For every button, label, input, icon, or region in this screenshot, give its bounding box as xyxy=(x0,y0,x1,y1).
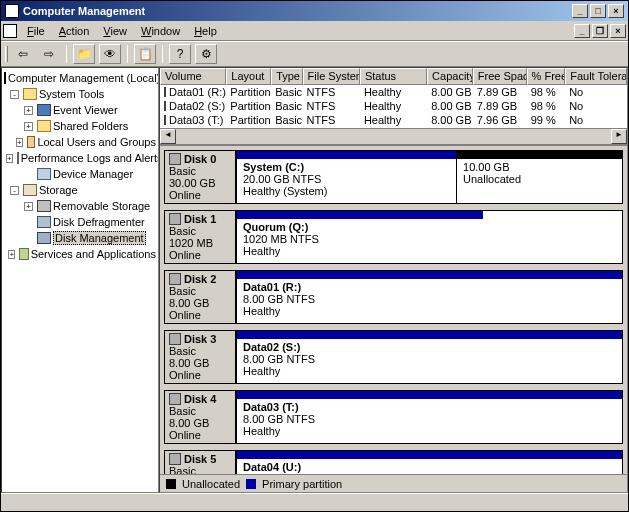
disk-graphical-view[interactable]: Disk 0Basic30.00 GBOnlineSystem (C:)20.0… xyxy=(160,146,627,474)
menu-file[interactable]: File xyxy=(21,23,51,39)
partition-status: Healthy (System) xyxy=(243,185,450,197)
disk-row[interactable]: Disk 4Basic8.00 GBOnlineData03 (T:)8.00 … xyxy=(164,390,623,444)
disk-partitions: System (C:)20.00 GB NTFSHealthy (System)… xyxy=(236,150,623,204)
disk-row[interactable]: Disk 3Basic8.00 GBOnlineData02 (S:)8.00 … xyxy=(164,330,623,384)
help-button[interactable]: ? xyxy=(169,44,191,64)
disk-id: Disk 3 xyxy=(184,333,216,345)
tree-perflogs[interactable]: +Performance Logs and Alerts xyxy=(4,150,156,166)
users-icon xyxy=(27,136,36,148)
disk-row[interactable]: Disk 0Basic30.00 GBOnlineSystem (C:)20.0… xyxy=(164,150,623,204)
partition[interactable]: Quorum (Q:)1020 MB NTFSHealthy xyxy=(236,211,483,263)
tree-removable[interactable]: +Removable Storage xyxy=(4,198,156,214)
disk-partitions: Data01 (R:)8.00 GB NTFSHealthy xyxy=(236,270,623,324)
col-type[interactable]: Type xyxy=(271,68,302,85)
scroll-right-button[interactable]: ► xyxy=(611,129,627,144)
tree-pane[interactable]: Computer Management (Local) -System Tool… xyxy=(1,67,159,493)
menu-action[interactable]: Action xyxy=(53,23,96,39)
volume-row[interactable]: Data02 (S:)PartitionBasicNTFSHealthy8.00… xyxy=(160,99,627,113)
col-freespace[interactable]: Free Space xyxy=(473,68,527,85)
disk-row[interactable]: Disk 1Basic1020 MBOnlineQuorum (Q:)1020 … xyxy=(164,210,623,264)
tree-label: System Tools xyxy=(39,88,104,100)
partition-bar xyxy=(237,391,622,399)
partition-bar xyxy=(237,451,622,459)
disk-row[interactable]: Disk 5Basic8.00 GBOnlineData04 (U:)8.00 … xyxy=(164,450,623,474)
col-layout[interactable]: Layout xyxy=(226,68,271,85)
properties-button[interactable]: 👁 xyxy=(99,44,121,64)
mdi-minimize-button[interactable]: _ xyxy=(574,24,590,38)
partition[interactable]: Data04 (U:)8.00 GB NTFSHealthy xyxy=(236,451,622,474)
tree-systools[interactable]: -System Tools xyxy=(4,86,156,102)
disk-id: Disk 1 xyxy=(184,213,216,225)
disk-type: Basic xyxy=(169,345,231,357)
menu-help[interactable]: Help xyxy=(188,23,223,39)
expand-icon[interactable]: + xyxy=(8,250,15,259)
refresh-button[interactable]: 📋 xyxy=(134,44,156,64)
tree-label: Performance Logs and Alerts xyxy=(21,152,159,164)
partition-bar xyxy=(237,211,483,219)
volume-hscroll[interactable]: ◄ ► xyxy=(160,128,627,144)
tree-label: Local Users and Groups xyxy=(37,136,156,148)
partition-size: 20.00 GB NTFS xyxy=(243,173,450,185)
expand-icon[interactable]: + xyxy=(24,122,33,131)
col-pctfree[interactable]: % Free xyxy=(527,68,566,85)
partition[interactable]: Data01 (R:)8.00 GB NTFSHealthy xyxy=(236,271,622,323)
toolbar: ⇦ ⇨ 📁 👁 📋 ? ⚙ xyxy=(1,41,628,67)
tree-defrag[interactable]: Disk Defragmenter xyxy=(4,214,156,230)
disk-state: Online xyxy=(169,249,231,261)
disk-row[interactable]: Disk 2Basic8.00 GBOnlineData01 (R:)8.00 … xyxy=(164,270,623,324)
col-filesystem[interactable]: File System xyxy=(303,68,360,85)
maximize-button[interactable]: □ xyxy=(590,4,606,18)
col-fault-tolerance[interactable]: Fault Tolerance xyxy=(565,68,627,85)
partition-status: Healthy xyxy=(243,425,616,437)
settings-button[interactable]: ⚙ xyxy=(195,44,217,64)
partition[interactable]: System (C:)20.00 GB NTFSHealthy (System) xyxy=(236,151,456,203)
expand-icon[interactable]: + xyxy=(6,154,13,163)
mdi-restore-button[interactable]: ❐ xyxy=(592,24,608,38)
close-button[interactable]: × xyxy=(608,4,624,18)
menu-window[interactable]: Window xyxy=(135,23,186,39)
tree-sharedfolders[interactable]: +Shared Folders xyxy=(4,118,156,134)
partition[interactable]: 10.00 GBUnallocated xyxy=(456,151,622,203)
services-icon xyxy=(19,248,28,260)
minimize-button[interactable]: _ xyxy=(572,4,588,18)
forward-button[interactable]: ⇨ xyxy=(38,44,60,64)
disk-type: Basic xyxy=(169,465,231,474)
scroll-left-button[interactable]: ◄ xyxy=(160,129,176,144)
disk-state-icon xyxy=(169,273,181,285)
partition-size: 8.00 GB NTFS xyxy=(243,413,616,425)
expand-icon[interactable]: + xyxy=(24,106,33,115)
volume-list[interactable]: Volume Layout Type File System Status Ca… xyxy=(160,68,627,146)
col-status[interactable]: Status xyxy=(360,68,427,85)
menu-view[interactable]: View xyxy=(97,23,133,39)
tree-eventviewer[interactable]: +Event Viewer xyxy=(4,102,156,118)
partition-name: System (C:) xyxy=(243,161,450,173)
expand-icon[interactable]: + xyxy=(24,202,33,211)
col-volume[interactable]: Volume xyxy=(160,68,226,85)
defrag-icon xyxy=(37,216,51,228)
up-button[interactable]: 📁 xyxy=(73,44,95,64)
partition[interactable]: Data02 (S:)8.00 GB NTFSHealthy xyxy=(236,331,622,383)
back-button[interactable]: ⇦ xyxy=(12,44,34,64)
tree-storage[interactable]: -Storage xyxy=(4,182,156,198)
status-bar xyxy=(1,493,628,511)
disk-id: Disk 2 xyxy=(184,273,216,285)
collapse-icon[interactable]: - xyxy=(10,186,19,195)
volume-row[interactable]: Data01 (R:)PartitionBasicNTFSHealthy8.00… xyxy=(160,85,627,99)
tree-diskmgmt[interactable]: Disk Management xyxy=(4,230,156,246)
mmc-icon xyxy=(3,24,17,38)
mdi-close-button[interactable]: × xyxy=(610,24,626,38)
expand-icon[interactable]: + xyxy=(16,138,23,147)
disk-info: Disk 4Basic8.00 GBOnline xyxy=(164,390,236,444)
partition[interactable]: Data03 (T:)8.00 GB NTFSHealthy xyxy=(236,391,622,443)
tree-services[interactable]: +Services and Applications xyxy=(4,246,156,262)
tree-label-selected: Disk Management xyxy=(53,231,146,245)
disk-size: 8.00 GB xyxy=(169,297,231,309)
tree-devicemgr[interactable]: Device Manager xyxy=(4,166,156,182)
partition-size: 8.00 GB NTFS xyxy=(243,353,616,365)
volume-row[interactable]: Data03 (T:)PartitionBasicNTFSHealthy8.00… xyxy=(160,113,627,127)
col-capacity[interactable]: Capacity xyxy=(427,68,473,85)
tree-localusers[interactable]: +Local Users and Groups xyxy=(4,134,156,150)
collapse-icon[interactable]: - xyxy=(10,90,19,99)
disk-size: 8.00 GB xyxy=(169,357,231,369)
tree-root[interactable]: Computer Management (Local) xyxy=(4,70,156,86)
